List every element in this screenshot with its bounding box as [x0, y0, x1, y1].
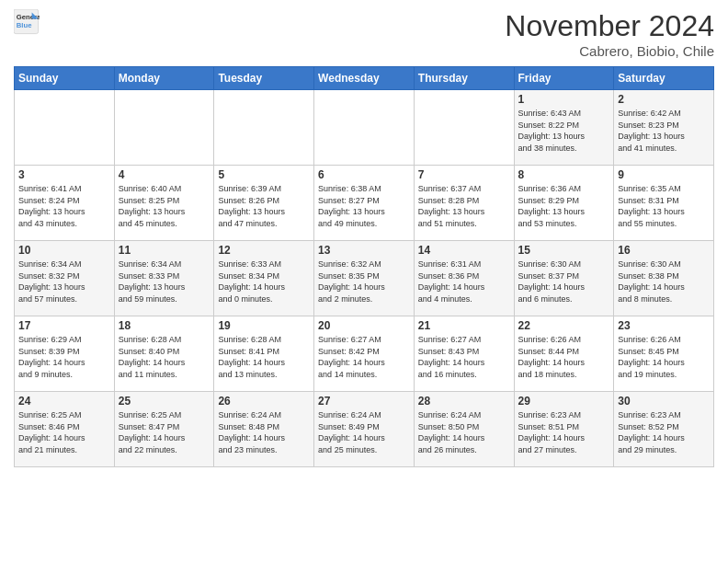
table-row: 19Sunrise: 6:28 AM Sunset: 8:41 PM Dayli… — [214, 316, 314, 392]
day-number: 22 — [518, 319, 610, 332]
calendar-week-row: 24Sunrise: 6:25 AM Sunset: 8:46 PM Dayli… — [15, 392, 714, 467]
day-number: 17 — [18, 319, 110, 332]
table-row: 26Sunrise: 6:24 AM Sunset: 8:48 PM Dayli… — [214, 392, 314, 467]
calendar-week-row: 1Sunrise: 6:43 AM Sunset: 8:22 PM Daylig… — [15, 90, 714, 166]
day-info: Sunrise: 6:25 AM Sunset: 8:47 PM Dayligh… — [119, 409, 210, 455]
table-row: 27Sunrise: 6:24 AM Sunset: 8:49 PM Dayli… — [314, 392, 415, 467]
month-title: November 2024 — [505, 9, 714, 43]
day-info: Sunrise: 6:26 AM Sunset: 8:45 PM Dayligh… — [618, 334, 710, 380]
table-row: 7Sunrise: 6:37 AM Sunset: 8:28 PM Daylig… — [414, 166, 514, 241]
table-row: 4Sunrise: 6:40 AM Sunset: 8:25 PM Daylig… — [114, 166, 214, 241]
day-info: Sunrise: 6:40 AM Sunset: 8:25 PM Dayligh… — [119, 183, 210, 229]
table-row: 23Sunrise: 6:26 AM Sunset: 8:45 PM Dayli… — [614, 316, 714, 392]
day-number: 28 — [418, 395, 510, 408]
table-row — [414, 90, 514, 166]
day-info: Sunrise: 6:42 AM Sunset: 8:23 PM Dayligh… — [618, 108, 710, 154]
day-info: Sunrise: 6:31 AM Sunset: 8:36 PM Dayligh… — [418, 259, 510, 304]
svg-text:Blue: Blue — [17, 21, 32, 29]
table-row: 25Sunrise: 6:25 AM Sunset: 8:47 PM Dayli… — [114, 392, 214, 467]
day-info: Sunrise: 6:33 AM Sunset: 8:34 PM Dayligh… — [218, 259, 310, 304]
day-info: Sunrise: 6:34 AM Sunset: 8:33 PM Dayligh… — [119, 259, 210, 304]
day-number: 7 — [418, 168, 510, 181]
table-row: 29Sunrise: 6:23 AM Sunset: 8:51 PM Dayli… — [514, 392, 614, 467]
day-info: Sunrise: 6:26 AM Sunset: 8:44 PM Dayligh… — [518, 334, 610, 380]
day-info: Sunrise: 6:35 AM Sunset: 8:31 PM Dayligh… — [618, 183, 710, 229]
day-info: Sunrise: 6:34 AM Sunset: 8:32 PM Dayligh… — [18, 259, 110, 304]
table-row: 18Sunrise: 6:28 AM Sunset: 8:40 PM Dayli… — [114, 316, 214, 392]
table-row: 20Sunrise: 6:27 AM Sunset: 8:42 PM Dayli… — [314, 316, 415, 392]
day-info: Sunrise: 6:30 AM Sunset: 8:37 PM Dayligh… — [518, 259, 610, 304]
table-row: 13Sunrise: 6:32 AM Sunset: 8:35 PM Dayli… — [314, 241, 415, 316]
table-row — [214, 90, 314, 166]
day-number: 8 — [518, 168, 610, 181]
location-subtitle: Cabrero, Biobio, Chile — [505, 43, 714, 59]
day-number: 18 — [119, 319, 210, 332]
day-info: Sunrise: 6:36 AM Sunset: 8:29 PM Dayligh… — [518, 183, 610, 229]
logo: General Blue — [14, 9, 40, 35]
col-monday: Monday — [114, 67, 214, 90]
day-info: Sunrise: 6:30 AM Sunset: 8:38 PM Dayligh… — [618, 259, 710, 304]
table-row — [114, 90, 214, 166]
day-number: 16 — [618, 244, 710, 257]
day-number: 20 — [318, 319, 410, 332]
day-info: Sunrise: 6:28 AM Sunset: 8:41 PM Dayligh… — [218, 334, 310, 380]
col-saturday: Saturday — [614, 67, 714, 90]
day-number: 15 — [518, 244, 610, 257]
day-number: 3 — [18, 168, 110, 181]
table-row: 11Sunrise: 6:34 AM Sunset: 8:33 PM Dayli… — [114, 241, 214, 316]
table-row — [15, 90, 115, 166]
calendar-page: General Blue November 2024 Cabrero, Biob… — [0, 0, 728, 477]
calendar-week-row: 3Sunrise: 6:41 AM Sunset: 8:24 PM Daylig… — [15, 166, 714, 241]
table-row: 22Sunrise: 6:26 AM Sunset: 8:44 PM Dayli… — [514, 316, 614, 392]
day-number: 10 — [18, 244, 110, 257]
day-number: 6 — [318, 168, 410, 181]
day-number: 1 — [518, 93, 610, 106]
day-number: 13 — [318, 244, 410, 257]
title-block: November 2024 Cabrero, Biobio, Chile — [505, 9, 714, 59]
day-info: Sunrise: 6:24 AM Sunset: 8:50 PM Dayligh… — [418, 409, 510, 455]
day-info: Sunrise: 6:29 AM Sunset: 8:39 PM Dayligh… — [18, 334, 110, 380]
logo-icon: General Blue — [14, 9, 40, 35]
day-number: 4 — [119, 168, 210, 181]
table-row — [314, 90, 415, 166]
day-number: 2 — [618, 93, 710, 106]
day-info: Sunrise: 6:38 AM Sunset: 8:27 PM Dayligh… — [318, 183, 410, 229]
day-info: Sunrise: 6:23 AM Sunset: 8:51 PM Dayligh… — [518, 409, 610, 455]
table-row: 17Sunrise: 6:29 AM Sunset: 8:39 PM Dayli… — [15, 316, 115, 392]
day-info: Sunrise: 6:32 AM Sunset: 8:35 PM Dayligh… — [318, 259, 410, 304]
day-info: Sunrise: 6:28 AM Sunset: 8:40 PM Dayligh… — [119, 334, 210, 380]
day-info: Sunrise: 6:41 AM Sunset: 8:24 PM Dayligh… — [18, 183, 110, 229]
calendar-table: Sunday Monday Tuesday Wednesday Thursday… — [14, 66, 714, 467]
col-tuesday: Tuesday — [214, 67, 314, 90]
day-info: Sunrise: 6:23 AM Sunset: 8:52 PM Dayligh… — [618, 409, 710, 455]
day-info: Sunrise: 6:27 AM Sunset: 8:43 PM Dayligh… — [418, 334, 510, 380]
table-row: 15Sunrise: 6:30 AM Sunset: 8:37 PM Dayli… — [514, 241, 614, 316]
day-number: 21 — [418, 319, 510, 332]
calendar-week-row: 10Sunrise: 6:34 AM Sunset: 8:32 PM Dayli… — [15, 241, 714, 316]
day-info: Sunrise: 6:43 AM Sunset: 8:22 PM Dayligh… — [518, 108, 610, 154]
day-info: Sunrise: 6:24 AM Sunset: 8:49 PM Dayligh… — [318, 409, 410, 455]
col-sunday: Sunday — [15, 67, 115, 90]
day-number: 9 — [618, 168, 710, 181]
table-row: 30Sunrise: 6:23 AM Sunset: 8:52 PM Dayli… — [614, 392, 714, 467]
table-row: 9Sunrise: 6:35 AM Sunset: 8:31 PM Daylig… — [614, 166, 714, 241]
table-row: 24Sunrise: 6:25 AM Sunset: 8:46 PM Dayli… — [15, 392, 115, 467]
table-row: 28Sunrise: 6:24 AM Sunset: 8:50 PM Dayli… — [414, 392, 514, 467]
day-number: 26 — [218, 395, 310, 408]
day-info: Sunrise: 6:37 AM Sunset: 8:28 PM Dayligh… — [418, 183, 510, 229]
day-number: 11 — [119, 244, 210, 257]
day-info: Sunrise: 6:24 AM Sunset: 8:48 PM Dayligh… — [218, 409, 310, 455]
table-row: 10Sunrise: 6:34 AM Sunset: 8:32 PM Dayli… — [15, 241, 115, 316]
day-number: 25 — [119, 395, 210, 408]
col-friday: Friday — [514, 67, 614, 90]
day-number: 19 — [218, 319, 310, 332]
calendar-week-row: 17Sunrise: 6:29 AM Sunset: 8:39 PM Dayli… — [15, 316, 714, 392]
day-info: Sunrise: 6:27 AM Sunset: 8:42 PM Dayligh… — [318, 334, 410, 380]
header: General Blue November 2024 Cabrero, Biob… — [14, 9, 714, 59]
table-row: 8Sunrise: 6:36 AM Sunset: 8:29 PM Daylig… — [514, 166, 614, 241]
table-row: 2Sunrise: 6:42 AM Sunset: 8:23 PM Daylig… — [614, 90, 714, 166]
col-wednesday: Wednesday — [314, 67, 415, 90]
table-row: 1Sunrise: 6:43 AM Sunset: 8:22 PM Daylig… — [514, 90, 614, 166]
day-info: Sunrise: 6:25 AM Sunset: 8:46 PM Dayligh… — [18, 409, 110, 455]
day-number: 14 — [418, 244, 510, 257]
